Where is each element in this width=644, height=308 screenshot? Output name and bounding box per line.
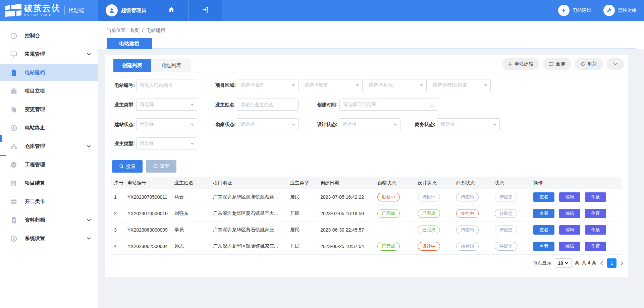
sidebar-item-label: 变更管理 — [25, 106, 45, 113]
gauge-icon — [10, 32, 17, 40]
sidebar-item-5[interactable]: 电站终止 — [0, 120, 98, 136]
per-page-select[interactable]: 10 — [555, 258, 572, 268]
city-select[interactable]: 请选择城市 — [301, 79, 363, 91]
edit-button[interactable]: 编辑 — [559, 209, 580, 218]
build-status-select[interactable]: 请选择 — [136, 118, 197, 130]
view-button[interactable]: 查看 — [533, 209, 554, 218]
sidebar-item-10[interactable]: 资料归档 — [0, 212, 98, 228]
sidebar-item-9[interactable]: 开二类卡 — [0, 193, 98, 210]
view-button[interactable]: 查看 — [533, 192, 554, 202]
sidebar-item-1[interactable]: 常规管理 — [0, 46, 98, 62]
cell-station-code: YX2023070500010 — [124, 211, 171, 216]
next-page-button[interactable] — [620, 261, 624, 265]
edit-button[interactable]: 编辑 — [559, 242, 580, 251]
tab-create-list[interactable]: 创建列表 — [113, 59, 151, 72]
sidebar-item-6[interactable]: 仓库管理 — [0, 138, 98, 155]
tab-passed-list[interactable]: 通过列表 — [151, 59, 191, 72]
design-status-select[interactable]: 请选择 — [339, 118, 400, 130]
owner-type2-select[interactable]: 请选择 — [136, 137, 197, 149]
refresh-button[interactable]: 刷新 — [575, 58, 603, 70]
invalidate-button[interactable]: 作废 — [585, 192, 606, 202]
sidebar-item-3[interactable]: 项目立项 — [0, 83, 98, 99]
dropdown-arrow-icon — [191, 104, 194, 106]
cell-status: 待提交 — [491, 209, 530, 218]
page-1-button[interactable]: 1 — [607, 258, 616, 268]
chevron-down-icon — [87, 145, 91, 147]
page-tab-station-archive[interactable]: 电站建档 — [107, 38, 152, 49]
logout-icon — [202, 6, 209, 15]
add-station-button[interactable]: 电站建档 — [502, 58, 539, 70]
station-code-input[interactable] — [137, 79, 197, 91]
sidebar-scrollbar-thumb[interactable] — [0, 135, 2, 142]
survey-status-select[interactable]: 请选择 — [237, 118, 299, 130]
owner-type-select[interactable]: 请选择 — [136, 99, 197, 111]
sidebar-scrollbar-mark — [0, 155, 6, 156]
column-header: 业主类型 — [287, 180, 317, 186]
collapse-toolbar-button[interactable] — [606, 58, 624, 70]
create-time-range-picker[interactable]: 请选择日期范围 — [339, 99, 438, 111]
nav-station-build[interactable]: 电站建设 — [558, 5, 591, 16]
search-button[interactable]: 搜索 — [112, 160, 143, 173]
table-header: 序号电站编号业主姓名项目地址业主类型创建日期勘察状态设计状态商务状态状态操作 — [111, 177, 622, 189]
cell-owner-type: 居民 — [287, 243, 317, 249]
active-tab-underline — [105, 49, 636, 49]
cell-owner-type: 居民 — [287, 194, 317, 200]
breadcrumb-home-link[interactable]: 首页 — [130, 27, 139, 33]
county-select[interactable]: 请选择县/区 — [365, 79, 427, 91]
status-badge: 待签约 — [456, 242, 479, 251]
sidebar-item-4[interactable]: 变更管理 — [0, 101, 98, 118]
cell-created-date: 2023-06-30 22:45:57 — [317, 227, 374, 233]
status-badge: 待提交 — [495, 226, 517, 234]
edit-button[interactable]: 编辑 — [559, 225, 580, 235]
fullscreen-button[interactable]: 全屏 — [543, 58, 571, 70]
business-status-select[interactable]: 请选择 — [437, 118, 500, 130]
view-button[interactable]: 查看 — [533, 242, 554, 251]
village-select[interactable]: 请选择村镇/街道 — [429, 79, 491, 91]
home-icon — [168, 6, 175, 15]
column-header: 商务状态 — [453, 180, 491, 186]
logout-button[interactable] — [188, 0, 222, 21]
cell-status: 待提交 — [491, 226, 530, 234]
cell-survey-status: 已完成 — [374, 242, 414, 251]
edit-button[interactable]: 编辑 — [559, 192, 580, 202]
user-menu[interactable]: 超级管理员 — [98, 0, 154, 21]
cell-project-address: 广东深圳龙华区黄石镇姚家庄... — [210, 227, 287, 233]
invalidate-button[interactable]: 作废 — [585, 209, 606, 218]
sidebar-item-label: 电站建档 — [25, 69, 45, 76]
province-select[interactable]: 请选择省份 — [237, 79, 299, 91]
chevron-down-icon — [565, 262, 568, 264]
project-region-label: 项目区域: — [205, 79, 236, 91]
column-header: 操作 — [530, 180, 622, 186]
owner-name-input[interactable] — [237, 99, 298, 110]
invalidate-button[interactable]: 作废 — [585, 242, 606, 251]
sidebar-item-2[interactable]: 电站建档 — [0, 64, 98, 81]
total-count: 条, 共 4 条 — [575, 260, 596, 266]
invalidate-button[interactable]: 作废 — [585, 225, 606, 235]
view-button[interactable]: 查看 — [533, 225, 554, 235]
sidebar-item-label: 工程管理 — [25, 162, 45, 168]
dropdown-arrow-icon — [191, 124, 194, 126]
sidebar-item-label: 资料归档 — [25, 217, 45, 223]
column-header: 电站编号 — [124, 180, 171, 186]
cell-business-status: 待签约 — [453, 193, 491, 201]
sidebar-item-7[interactable]: 工程管理 — [0, 157, 98, 173]
create-time-label: 创建时间: — [306, 99, 337, 111]
calculator-icon — [10, 180, 17, 187]
prev-page-button[interactable] — [599, 261, 604, 265]
reset-button[interactable]: 重置 — [146, 160, 176, 173]
chevron-down-icon — [87, 219, 91, 221]
sidebar-item-0[interactable]: 控制台 — [0, 27, 98, 44]
column-header: 勘察状态 — [374, 180, 414, 186]
nav-monitor-ops[interactable]: 监控运维 — [603, 5, 637, 16]
sidebar-item-11[interactable]: 系统设置 — [0, 230, 98, 247]
cell-business-status: 待签约 — [453, 226, 491, 234]
status-badge: 已完成 — [377, 209, 400, 218]
owner-type2-label: 业主类型: — [105, 137, 135, 149]
home-button[interactable] — [154, 0, 188, 21]
filter-row-4: 业主类型: 请选择 — [105, 137, 628, 149]
sidebar-item-8[interactable]: 项目结算 — [0, 175, 98, 191]
target-icon — [10, 235, 17, 242]
cell-survey-status: 勘察中 — [374, 193, 414, 201]
table-row: 1YX2023070500011马云广东深圳龙华区观澜镇观湖路...居民2023… — [111, 189, 622, 205]
status-badge: 已完成 — [418, 209, 440, 218]
